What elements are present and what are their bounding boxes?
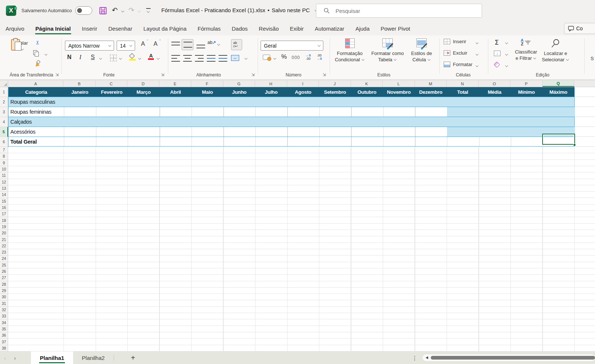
autosum-icon[interactable]: Σ — [495, 38, 499, 46]
increase-decimal-icon[interactable]: ←0.00 — [306, 54, 311, 61]
borders-icon[interactable] — [110, 55, 117, 61]
category-cell[interactable]: Roupas masculinas — [8, 99, 55, 105]
row-header-26[interactable]: 26 — [0, 268, 8, 275]
row-header-35[interactable]: 35 — [0, 326, 8, 332]
orientation-chevron-icon[interactable] — [217, 43, 220, 46]
align-bottom-icon[interactable] — [196, 42, 205, 48]
redo-chevron-icon[interactable] — [138, 10, 141, 13]
number-format-select[interactable]: Geral — [261, 41, 323, 51]
row-header-16[interactable]: 16 — [0, 205, 8, 211]
table-header-cell[interactable]: Máximo — [542, 89, 574, 95]
table-header-cell[interactable]: Julho — [255, 89, 287, 95]
increase-font-size-button[interactable]: Aˆ — [141, 41, 145, 47]
font-color-chevron-icon[interactable] — [157, 57, 160, 60]
table-header-cell[interactable]: Abril — [159, 89, 191, 95]
delete-cells-button[interactable]: × Excluir — [444, 50, 467, 56]
insert-chevron-icon[interactable] — [475, 41, 479, 45]
table-header-cell[interactable]: Mínimo — [510, 89, 542, 95]
decrease-decimal-icon[interactable]: .00→0 — [317, 54, 322, 61]
total-cell[interactable]: Total Geral — [8, 139, 37, 145]
table-header-cell[interactable]: Junho — [223, 89, 255, 95]
cut-icon[interactable]: ✂ — [34, 40, 41, 45]
font-size-select[interactable]: 14 — [117, 41, 135, 51]
column-header-F[interactable]: F — [191, 80, 223, 87]
selected-cell[interactable] — [542, 134, 575, 145]
format-as-table-button[interactable]: Formatar como Tabela — [369, 38, 406, 63]
decrease-font-size-button[interactable]: Aˇ — [154, 41, 158, 47]
fill-icon[interactable]: ↓ — [494, 51, 501, 56]
row-header-15[interactable]: 15 — [0, 198, 8, 205]
tab-power-pivot[interactable]: Power Pivot — [375, 21, 416, 35]
autosave-toggle[interactable] — [75, 6, 92, 15]
column-header-C[interactable]: C — [96, 80, 128, 87]
format-chevron-icon[interactable] — [475, 64, 479, 68]
sheet-nav-right-icon[interactable]: › — [10, 355, 20, 361]
category-cell[interactable]: Acessórios — [8, 129, 35, 135]
table-header-cell[interactable]: Fevereiro — [96, 89, 127, 95]
insert-cells-button[interactable]: ← Inserir — [444, 39, 466, 44]
accounting-chevron-icon[interactable] — [273, 57, 276, 60]
row-header-18[interactable]: 18 — [0, 217, 8, 223]
tab-automatizar[interactable]: Automatizar — [309, 21, 350, 35]
tab-formulas[interactable]: Fórmulas — [192, 21, 226, 35]
tab-revisao[interactable]: Revisão — [253, 21, 284, 35]
fill-handle[interactable] — [573, 144, 576, 146]
tab-desenhar[interactable]: Desenhar — [103, 21, 138, 35]
row-header-21[interactable]: 21 — [0, 236, 8, 243]
increase-indent-icon[interactable] — [219, 55, 227, 62]
row-header-37[interactable]: 37 — [0, 339, 8, 345]
clipboard-dialog-launcher[interactable] — [55, 72, 60, 77]
sort-filter-button[interactable]: AZ Classificar e Filtrar — [511, 38, 541, 61]
table-row[interactable]: Roupas femininas — [8, 107, 574, 117]
bold-button[interactable]: N — [67, 54, 72, 61]
wrap-text-icon[interactable]: abc↩ — [231, 39, 242, 50]
comments-button[interactable]: Co — [564, 23, 595, 34]
underline-button[interactable]: S — [91, 54, 95, 61]
table-header-cell[interactable]: Novembro — [383, 89, 415, 95]
row-header-12[interactable]: 12 — [0, 179, 8, 185]
conditional-formatting-button[interactable]: Formatação Condicional — [334, 38, 365, 63]
column-header-L[interactable]: L — [383, 80, 415, 87]
table-row[interactable]: Acessórios — [8, 127, 574, 137]
clear-chevron-icon[interactable] — [505, 64, 508, 68]
tab-arquivo[interactable]: Arquivo — [0, 21, 30, 35]
format-cells-button[interactable]: Formatar — [444, 62, 472, 67]
total-row[interactable]: Total Geral — [8, 137, 574, 147]
row-header-27[interactable]: 27 — [0, 275, 8, 281]
table-header-cell[interactable]: Média — [479, 89, 510, 95]
table-header-cell[interactable]: Setembro — [319, 89, 351, 95]
table-header-cell[interactable]: Agosto — [287, 89, 319, 95]
accounting-format-icon[interactable] — [263, 55, 270, 60]
scroll-left-icon[interactable] — [426, 356, 428, 359]
table-header-cell[interactable]: Maio — [192, 89, 223, 95]
row-header-30[interactable]: 30 — [0, 294, 8, 300]
customize-toolbar-icon[interactable] — [146, 8, 151, 10]
merge-center-icon[interactable] — [231, 55, 239, 61]
underline-chevron-icon[interactable] — [99, 57, 102, 60]
column-header-M[interactable]: M — [415, 80, 447, 87]
sheet-tab-planilha1[interactable]: Planilha1 — [31, 351, 73, 364]
row-header-14[interactable]: 14 — [0, 192, 8, 198]
table-header-cell[interactable]: Dezembro — [415, 89, 447, 95]
row-header-34[interactable]: 34 — [0, 319, 8, 326]
column-header-A[interactable]: A — [8, 80, 63, 87]
sheetbar-drag-handle[interactable]: ⋮ — [412, 356, 417, 360]
percent-style-button[interactable]: % — [281, 53, 287, 61]
sheet-tab-planilha2[interactable]: Planilha2 — [73, 351, 114, 364]
column-header-Q[interactable]: Q — [543, 80, 575, 87]
alignment-dialog-launcher[interactable] — [251, 72, 256, 77]
font-color-icon[interactable]: A — [148, 54, 154, 60]
row-header-4[interactable]: 4 — [0, 117, 8, 127]
row-header-32[interactable]: 32 — [0, 307, 8, 313]
cell-styles-button[interactable]: Estilos de Célula — [407, 38, 436, 63]
number-dialog-launcher[interactable] — [323, 72, 327, 77]
tab-pagina-inicial[interactable]: Página Inicial — [30, 21, 76, 35]
table-header-cell[interactable]: Total — [447, 89, 478, 95]
paste-button[interactable]: Colar — [11, 38, 33, 52]
row-header-33[interactable]: 33 — [0, 313, 8, 319]
row-header-29[interactable]: 29 — [0, 288, 8, 294]
new-sheet-button[interactable]: + — [114, 354, 152, 362]
select-all-corner[interactable] — [0, 80, 8, 87]
column-header-G[interactable]: G — [223, 80, 255, 87]
font-name-select[interactable]: Aptos Narrow — [65, 41, 114, 51]
